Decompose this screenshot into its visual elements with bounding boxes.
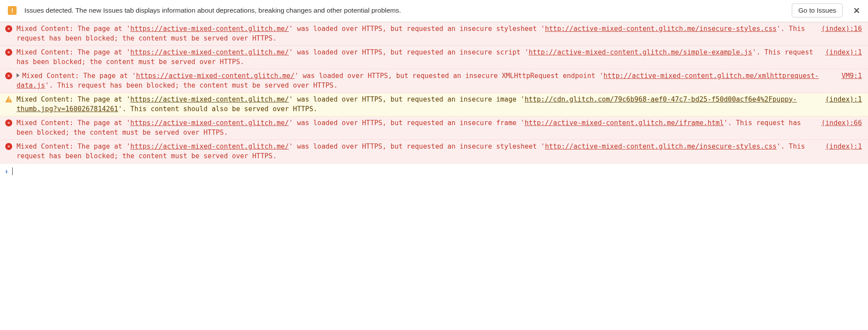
issues-bar-text: Issues detected. The new Issues tab disp… — [24, 7, 784, 14]
message-text: ' was loaded over HTTPS, but requested a… — [289, 25, 496, 33]
resource-url-link[interactable]: http://active-mixed-content.glitch.me/in… — [545, 25, 777, 33]
source-link[interactable]: VM9:1 — [841, 71, 862, 81]
message-text: Mixed Content: The page at ' — [17, 48, 130, 56]
issues-bar: ! Issues detected. The new Issues tab di… — [0, 0, 868, 22]
message-text: Mixed Content: The page at ' — [17, 119, 130, 127]
console-entry: ✕Mixed Content: The page at 'https://act… — [0, 69, 868, 93]
source-link[interactable]: (index):1 — [825, 95, 862, 104]
page-url-link[interactable]: https://active-mixed-content.glitch.me/ — [130, 95, 289, 103]
page-url-link[interactable]: https://active-mixed-content.glitch.me/ — [130, 143, 289, 150]
message-text: ' was loaded over HTTPS, but requested a… — [289, 95, 496, 103]
console-log-area: ✕Mixed Content: The page at 'https://act… — [0, 22, 868, 163]
message-text: '. This content should also be served ov… — [118, 105, 317, 113]
resource-kind: script — [496, 48, 520, 56]
console-entry-message: Mixed Content: The page at 'https://acti… — [17, 118, 821, 138]
console-entry: ✕Mixed Content: The page at 'https://act… — [0, 140, 868, 163]
error-icon: ✕ — [5, 72, 12, 79]
message-text: Mixed Content: The page at ' — [22, 72, 136, 80]
console-entry-message: Mixed Content: The page at 'https://acti… — [17, 24, 821, 44]
console-entry-message: Mixed Content: The page at 'https://acti… — [17, 142, 825, 161]
message-text: ' was loaded over HTTPS, but requested a… — [294, 72, 502, 80]
page-url-link[interactable]: https://active-mixed-content.glitch.me/ — [130, 119, 289, 127]
source-link[interactable]: (index):1 — [825, 142, 862, 151]
console-entry: ✕Mixed Content: The page at 'https://act… — [0, 22, 868, 46]
page-url-link[interactable]: https://active-mixed-content.glitch.me/ — [130, 48, 289, 56]
page-url-link[interactable]: https://active-mixed-content.glitch.me/ — [130, 25, 289, 33]
resource-url-link[interactable]: http://active-mixed-content.glitch.me/if… — [525, 119, 724, 127]
console-entry: Mixed Content: The page at 'https://acti… — [0, 93, 868, 116]
error-icon: ✕ — [5, 25, 12, 32]
resource-kind: XMLHttpRequest endpoint — [502, 72, 595, 80]
message-text: Mixed Content: The page at ' — [17, 143, 130, 150]
expand-toggle-icon[interactable] — [17, 73, 20, 78]
resource-kind: stylesheet — [496, 143, 537, 150]
resource-kind: image — [496, 95, 517, 103]
console-entry-message: Mixed Content: The page at 'https://acti… — [17, 71, 841, 91]
resource-url-link[interactable]: http://active-mixed-content.glitch.me/si… — [529, 48, 752, 56]
console-entry: ✕Mixed Content: The page at 'https://act… — [0, 46, 868, 69]
source-link[interactable]: (index):1 — [825, 48, 862, 57]
error-icon: ✕ — [5, 143, 12, 150]
console-entry: ✕Mixed Content: The page at 'https://act… — [0, 116, 868, 140]
message-text: Mixed Content: The page at ' — [17, 25, 130, 33]
console-prompt[interactable]: › — [0, 163, 868, 179]
close-issues-bar-button[interactable]: ✕ — [851, 6, 863, 16]
message-text: ' was loaded over HTTPS, but requested a… — [289, 119, 496, 127]
error-icon: ✕ — [5, 49, 12, 56]
message-text: '. This request has been blocked; the co… — [45, 82, 338, 89]
resource-url-link[interactable]: http://active-mixed-content.glitch.me/in… — [545, 143, 777, 150]
message-text: ' was loaded over HTTPS, but requested a… — [289, 48, 496, 56]
source-link[interactable]: (index):16 — [821, 24, 862, 34]
go-to-issues-button[interactable]: Go to Issues — [792, 3, 843, 17]
console-entry-message: Mixed Content: The page at 'https://acti… — [17, 95, 825, 114]
message-text: Mixed Content: The page at ' — [17, 95, 130, 103]
resource-kind: stylesheet — [496, 25, 537, 33]
message-text: ' was loaded over HTTPS, but requested a… — [289, 143, 496, 150]
chevron-right-icon: › — [5, 167, 8, 176]
resource-kind: frame — [496, 119, 517, 127]
source-link[interactable]: (index):66 — [821, 118, 862, 128]
page-url-link[interactable]: https://active-mixed-content.glitch.me/ — [136, 72, 294, 80]
warning-icon — [5, 96, 12, 102]
console-entry-message: Mixed Content: The page at 'https://acti… — [17, 48, 825, 67]
console-input-caret — [12, 167, 13, 175]
error-icon: ✕ — [5, 119, 12, 126]
issues-alert-icon: ! — [8, 6, 17, 15]
